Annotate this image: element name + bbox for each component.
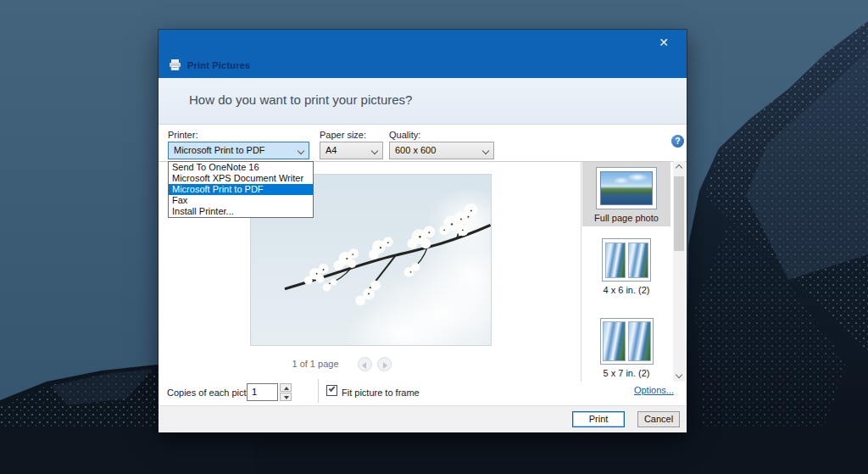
- chevron-down-icon: [675, 371, 682, 378]
- quality-value: 600 x 600: [395, 145, 436, 155]
- portrait-thumbnail-image: [605, 243, 626, 278]
- quality-label: Quality:: [389, 130, 420, 140]
- triangle-down-icon: [284, 396, 289, 399]
- printer-option-onenote[interactable]: Send To OneNote 16: [169, 162, 313, 173]
- quality-select[interactable]: 600 x 600: [389, 142, 494, 159]
- layout-option-label: Full page photo: [582, 213, 670, 223]
- layout-thumbnail-frame: [602, 238, 651, 282]
- scroll-up-button[interactable]: [673, 161, 685, 174]
- printer-option-xps[interactable]: Microsoft XPS Document Writer: [169, 173, 313, 184]
- layout-option-full-page[interactable]: Full page photo: [582, 162, 670, 226]
- print-pictures-dialog: Print Pictures ✕ How do you want to prin…: [159, 30, 687, 432]
- chevron-down-icon: [298, 148, 304, 154]
- chevron-up-icon: [675, 165, 682, 171]
- printer-option-fax[interactable]: Fax: [169, 195, 313, 206]
- triangle-up-icon: [284, 387, 289, 390]
- layout-thumbnail-frame: [600, 318, 654, 365]
- printer-option-install[interactable]: Install Printer...: [169, 206, 313, 217]
- sidebar-scrollbar[interactable]: [673, 161, 685, 382]
- next-page-button[interactable]: [377, 357, 392, 371]
- page-status: 1 of 1 page: [277, 359, 353, 369]
- titlebar: Print Pictures ✕: [159, 30, 687, 78]
- layout-option-5x7[interactable]: 5 x 7 in. (2): [582, 318, 670, 384]
- printer-select[interactable]: Microsoft Print to PDF: [168, 142, 309, 159]
- layout-option-label: 5 x 7 in. (2): [582, 368, 670, 378]
- sidebar-divider: [581, 161, 581, 382]
- paper-size-label: Paper size:: [320, 130, 366, 140]
- printer-option-pdf[interactable]: Microsoft Print to PDF: [169, 184, 313, 195]
- help-icon[interactable]: ?: [671, 135, 684, 148]
- window-caption: Print Pictures: [169, 59, 250, 70]
- printer-select-value: Microsoft Print to PDF: [174, 145, 265, 155]
- checkmark-icon: [329, 385, 336, 392]
- controls-divider: [318, 379, 319, 403]
- printer-dropdown-list: Send To OneNote 16 Microsoft XPS Documen…: [168, 161, 314, 218]
- paper-size-select[interactable]: A4: [320, 142, 383, 159]
- fit-picture-label: Fit picture to frame: [342, 388, 420, 398]
- portrait-thumbnail-image: [628, 321, 651, 361]
- header-band: How do you want to print your pictures?: [159, 78, 687, 125]
- layout-option-label: 4 x 6 in. (2): [582, 285, 670, 295]
- copies-stepper: [280, 383, 292, 401]
- printer-icon: [169, 59, 181, 70]
- scrollbar-thumb[interactable]: [674, 176, 684, 251]
- options-link[interactable]: Options...: [634, 385, 674, 395]
- header-question: How do you want to print your pictures?: [189, 92, 412, 107]
- scroll-down-button[interactable]: [673, 369, 685, 382]
- layout-option-4x6[interactable]: 4 x 6 in. (2): [582, 238, 670, 303]
- stepper-up-button[interactable]: [280, 383, 292, 392]
- portrait-thumbnail-image: [628, 243, 648, 278]
- previous-page-button[interactable]: [358, 357, 372, 371]
- desktop: Print Pictures ✕ How do you want to prin…: [0, 0, 868, 474]
- portrait-thumbnail-image: [603, 321, 626, 361]
- arrow-right-icon: [383, 362, 387, 369]
- close-icon[interactable]: ✕: [654, 34, 673, 51]
- chevron-down-icon: [482, 148, 489, 154]
- copies-input[interactable]: 1: [247, 383, 278, 401]
- chevron-down-icon: [371, 148, 378, 154]
- paper-size-value: A4: [326, 145, 337, 155]
- stepper-down-button[interactable]: [280, 393, 292, 401]
- landscape-thumbnail-image: [600, 171, 653, 205]
- fit-picture-checkbox[interactable]: [326, 385, 337, 396]
- window-title: Print Pictures: [187, 60, 250, 70]
- footer-bar: Print Cancel: [159, 405, 687, 432]
- arrow-left-icon: [362, 362, 366, 369]
- layout-thumbnail-frame: [596, 167, 657, 209]
- print-button[interactable]: Print: [572, 411, 625, 427]
- printer-label: Printer:: [168, 130, 198, 140]
- cancel-button[interactable]: Cancel: [637, 411, 680, 427]
